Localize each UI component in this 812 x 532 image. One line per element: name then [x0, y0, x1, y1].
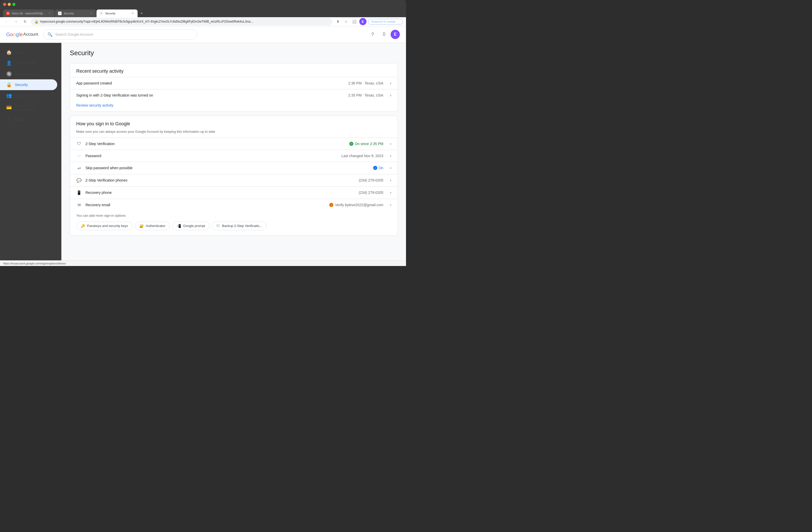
chevron-icon-5: ›	[390, 166, 391, 170]
signin-value-password: Last changed Nov 9, 2023	[341, 154, 383, 158]
shield-icon: 🛡	[76, 142, 82, 146]
content-area: Security Recent security activity App pa…	[62, 43, 406, 260]
tabs-bar: M Inbox (5) - byleve2023@gmai... ✕ G Sec…	[0, 9, 406, 17]
toggle-icon: 🔘	[6, 71, 11, 77]
user-avatar[interactable]: E	[391, 30, 400, 39]
review-security-activity-link[interactable]: Review security activity	[70, 101, 120, 112]
activity-item-app-password[interactable]: App password created 2:36 PM · Texas, US…	[70, 77, 397, 89]
sidebar: 🏠 Home 👤 Personal info 🔘 Data & privacy …	[0, 43, 62, 260]
signin-item-2step[interactable]: 🛡 2-Step Verification ✓ On since 2:35 PM…	[70, 138, 397, 150]
page-header: Google Account 🔍 Search Google Account ?…	[0, 26, 406, 43]
back-button[interactable]: ←	[3, 18, 10, 25]
sidebar-home-label: Home	[15, 50, 24, 55]
status-bar: https://myaccount.google.com/signinoptio…	[0, 260, 406, 266]
relaunch-label: Relaunch to update	[371, 20, 396, 23]
signin-value-recovery-email: ! Verify byleve2022@gmail.com	[329, 203, 383, 207]
forward-button[interactable]: →	[12, 18, 19, 25]
url-bar[interactable]: 🔒 myaccount.google.com/security?rapt=AEj…	[31, 18, 333, 25]
add-options-text: You can add more sign-in options	[70, 211, 397, 220]
phone-prompt-icon: 📲	[177, 224, 181, 228]
gmail-favicon: M	[6, 12, 10, 15]
maximize-button[interactable]	[12, 3, 15, 6]
sidebar-people-label: People & sharing	[15, 94, 42, 98]
sign-in-heading: How you sign in to Google	[70, 116, 397, 130]
sidebar-item-home[interactable]: 🏠 Home	[0, 47, 57, 58]
info-icon: ℹ	[6, 117, 11, 123]
chevron-icon-8: ›	[390, 203, 391, 207]
chevron-icon-7: ›	[390, 190, 391, 195]
search-bar[interactable]: 🔍 Search Google Account	[43, 29, 197, 40]
status-url: https://myaccount.google.com/signinoptio…	[3, 262, 66, 265]
tab-security-active[interactable]: G Security ✕	[97, 10, 137, 17]
page-title: Security	[70, 49, 398, 57]
signin-label-recovery-phone: Recovery phone	[85, 190, 355, 195]
help-icon[interactable]: ?	[368, 30, 377, 39]
browser-window: M Inbox (5) - byleve2023@gmai... ✕ G Sec…	[0, 0, 406, 266]
apps-icon[interactable]: ⠿	[379, 30, 389, 39]
sidebar-item-personal-info[interactable]: 👤 Personal info	[0, 58, 57, 69]
bookmark-icon[interactable]: ☆	[343, 18, 350, 25]
sidebar-item-people-sharing[interactable]: 👥 People & sharing	[0, 90, 57, 101]
signin-item-skip-password[interactable]: ⇌ Skip password when possible ✓ On ›	[70, 162, 397, 174]
signin-label-2sv-phones: 2-Step Verification phones	[85, 178, 355, 182]
tab-security-active-close[interactable]: ✕	[131, 12, 134, 15]
backup-2sv-button[interactable]: 🛡 Backup 2-Step Verificatio...	[212, 221, 266, 230]
activity-item-2sv[interactable]: Signing in with 2-Step Verification was …	[70, 89, 397, 101]
sign-in-subtitle: Make sure you can always access your Goo…	[70, 130, 397, 138]
tab-gmail-close[interactable]: ✕	[48, 12, 51, 15]
tab-security-1-close[interactable]: ✕	[89, 12, 93, 15]
minimize-button[interactable]	[8, 3, 11, 6]
google-prompt-button[interactable]: 📲 Google prompt	[172, 221, 209, 230]
signin-label-recovery-email: Recovery email	[85, 203, 326, 207]
phone-icon: 📱	[76, 190, 82, 195]
password-dots-icon: ···	[76, 154, 82, 158]
relaunch-menu-icon: ⋮	[397, 20, 400, 23]
title-bar	[0, 0, 406, 9]
signin-item-password[interactable]: ··· Password Last changed Nov 9, 2023 ›	[70, 150, 397, 162]
authenticator-button[interactable]: 🔐 Authenticator	[135, 221, 170, 230]
lock-icon: 🔒	[6, 82, 11, 88]
backup-2sv-label: Backup 2-Step Verificatio...	[222, 224, 262, 228]
signin-item-2sv-phones[interactable]: 💬 2-Step Verification phones (234) 279-0…	[70, 174, 397, 186]
header-icons: ? ⠿ E	[368, 30, 400, 39]
lock-icon: 🔒	[34, 20, 39, 24]
signin-value-recovery-phone: (234) 279-0205	[359, 190, 383, 195]
sign-in-card: How you sign in to Google Make sure you …	[70, 116, 398, 236]
url-text: myaccount.google.com/security?rapt=AEjHL…	[40, 20, 329, 23]
traffic-lights	[3, 3, 15, 6]
skip-icon: ⇌	[76, 166, 82, 171]
tab-gmail[interactable]: M Inbox (5) - byleve2023@gmai... ✕	[3, 10, 54, 17]
activity-value-app-password: 2:36 PM · Texas, USA	[348, 81, 383, 85]
close-button[interactable]	[3, 3, 6, 6]
chevron-icon-2: ›	[390, 93, 391, 98]
toolbar-icons: ⬆ ☆ ⬜ E Relaunch to update ⋮	[335, 18, 403, 25]
relaunch-button[interactable]: Relaunch to update ⋮	[368, 19, 403, 25]
reload-button[interactable]: ↻	[21, 18, 29, 25]
orange-warning-icon: !	[329, 203, 333, 207]
home-icon: 🏠	[6, 49, 11, 55]
signin-item-recovery-phone[interactable]: 📱 Recovery phone (234) 279-0205 ›	[70, 186, 397, 199]
browser-user-avatar[interactable]: E	[359, 18, 366, 25]
signin-label-password: Password	[85, 154, 338, 158]
google-logo: Google Account	[6, 32, 38, 38]
new-tab-button[interactable]: +	[138, 10, 145, 17]
tab-security-1[interactable]: G Security ✕	[55, 10, 96, 17]
phone-msg-icon: 💬	[76, 178, 82, 183]
extensions-icon[interactable]: ⬜	[351, 18, 358, 25]
sidebar-item-payments[interactable]: 💳 Payments & subscriptions	[0, 101, 57, 114]
chevron-icon-3: ›	[390, 142, 391, 146]
blue-check-icon: ✓	[373, 166, 377, 170]
chevron-icon-6: ›	[390, 178, 391, 183]
sidebar-item-about[interactable]: ℹ About	[0, 114, 57, 125]
signin-item-recovery-email[interactable]: ✉ Recovery email ! Verify byleve2022@gma…	[70, 199, 397, 211]
authenticator-label: Authenticator	[146, 224, 165, 228]
sidebar-item-data-privacy[interactable]: 🔘 Data & privacy	[0, 69, 57, 79]
main-layout: 🏠 Home 👤 Personal info 🔘 Data & privacy …	[0, 43, 406, 260]
sidebar-about-label: About	[15, 118, 24, 122]
activity-value-2sv: 2:35 PM · Texas, USA	[348, 93, 383, 97]
sidebar-item-security[interactable]: 🔒 Security	[0, 79, 57, 90]
share-icon[interactable]: ⬆	[335, 18, 341, 25]
sidebar-personal-label: Personal info	[15, 61, 36, 65]
green-check-icon: ✓	[349, 142, 353, 146]
passkeys-button[interactable]: 🔑 Passkeys and security keys	[76, 221, 132, 230]
